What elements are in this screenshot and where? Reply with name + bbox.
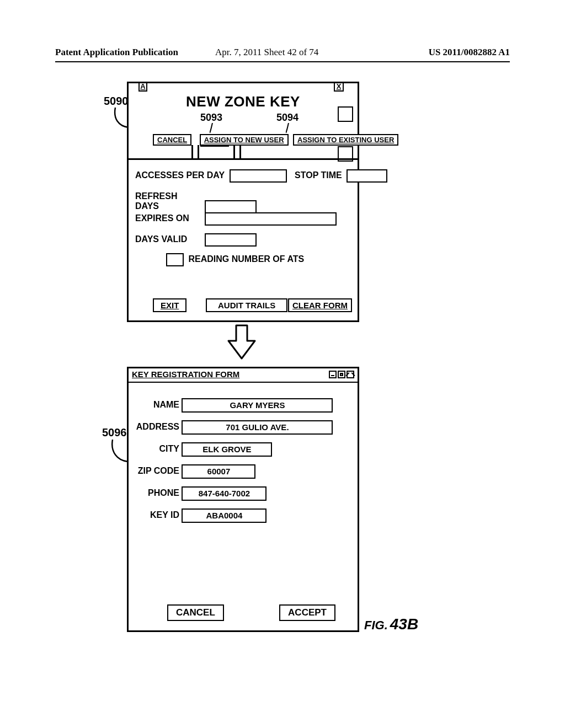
name-label: NAME — [129, 400, 179, 410]
window-key-registration: KEY REGISTRATION FORM NAME GARY MYERS AD… — [127, 367, 359, 632]
cancel-button[interactable]: CANCEL — [167, 604, 224, 621]
reading-ats-label: READING NUMBER OF ATS — [188, 254, 304, 264]
exit-label: EXIT — [161, 301, 179, 310]
maximize-icon[interactable] — [338, 371, 345, 378]
assign-new-user-button[interactable]: ASSIGN TO NEW USER — [200, 134, 289, 146]
name-input[interactable]: GARY MYERS — [182, 398, 333, 413]
window-controls — [328, 371, 354, 378]
audit-trails-button[interactable]: AUDIT TRAILS — [206, 298, 287, 312]
cancel-button[interactable]: CANCEL — [153, 134, 191, 146]
titlebar-divider — [129, 382, 358, 383]
titlebar-a-icon[interactable]: A — [138, 82, 147, 92]
header-right: US 2011/0082882 A1 — [429, 47, 510, 58]
accept-label: ACCEPT — [288, 607, 327, 618]
clear-label: CLEAR FORM — [292, 301, 348, 310]
ats-box[interactable] — [166, 253, 184, 266]
phone-input[interactable]: 847-640-7002 — [182, 486, 266, 501]
underline-mark — [200, 145, 229, 147]
cancel-label: CANCEL — [176, 607, 215, 618]
arrow-down-icon — [226, 324, 257, 362]
key-id-input[interactable]: ABA0004 — [182, 508, 266, 523]
address-label: ADDRESS — [129, 422, 179, 432]
leader-5093 — [210, 123, 215, 134]
window-new-zone-key: A X NEW ZONE KEY 5093 5094 CANCEL ASSIGN… — [127, 82, 359, 322]
drop-mark — [233, 145, 241, 158]
section-divider — [129, 158, 358, 160]
city-input[interactable]: ELK GROVE — [182, 442, 272, 457]
drop-mark — [191, 145, 199, 158]
stop-time-label: STOP TIME — [295, 170, 342, 180]
days-valid-label: DAYS VALID — [135, 234, 202, 244]
clear-form-button[interactable]: CLEAR FORM — [288, 298, 352, 312]
address-input[interactable]: 701 GULIO AVE. — [182, 420, 333, 435]
window2-title: KEY REGISTRATION FORM — [132, 370, 239, 379]
accept-button[interactable]: ACCEPT — [279, 604, 335, 621]
refresh-input[interactable] — [205, 200, 257, 213]
header-mid: Apr. 7, 2011 Sheet 42 of 74 — [215, 47, 318, 58]
figure-label: FIG.43B — [364, 615, 418, 633]
stop-time-input[interactable] — [347, 169, 387, 183]
header-left: Patent Application Publication — [55, 47, 178, 58]
assign-existing-label: ASSIGN TO EXISTING USER — [297, 136, 394, 144]
expires-label: EXPIRES ON — [135, 213, 202, 223]
key-id-label: KEY ID — [129, 510, 179, 520]
assign-existing-user-button[interactable]: ASSIGN TO EXISTING USER — [293, 134, 398, 146]
ref-5094: 5094 — [276, 112, 299, 124]
audit-label: AUDIT TRAILS — [218, 301, 275, 310]
ref-5093: 5093 — [200, 112, 222, 124]
header-rule — [55, 61, 510, 62]
accesses-input[interactable] — [230, 169, 287, 183]
phone-label: PHONE — [129, 488, 179, 498]
accesses-label: ACCESSES PER DAY — [135, 170, 225, 180]
exit-button[interactable]: EXIT — [153, 298, 186, 312]
ref-5096: 5096 — [102, 426, 127, 439]
city-label: CITY — [129, 444, 179, 454]
close-icon[interactable] — [347, 371, 354, 378]
square-icon — [338, 106, 353, 122]
refresh-label: REFRESH DAYS — [135, 191, 202, 211]
zip-input[interactable]: 60007 — [182, 464, 255, 479]
window-title: NEW ZONE KEY — [129, 93, 358, 110]
minimize-icon[interactable] — [329, 371, 337, 378]
zip-label: ZIP CODE — [129, 466, 179, 476]
assign-new-label: ASSIGN TO NEW USER — [204, 136, 284, 144]
leader-5094 — [286, 123, 291, 134]
figure-prefix: FIG. — [364, 618, 388, 632]
close-icon[interactable]: X — [334, 82, 344, 92]
days-valid-input[interactable] — [205, 233, 257, 247]
cancel-label: CANCEL — [157, 136, 187, 144]
ref-5090: 5090 — [104, 95, 129, 108]
expires-input[interactable] — [205, 212, 337, 226]
figure-number: 43B — [390, 615, 418, 633]
